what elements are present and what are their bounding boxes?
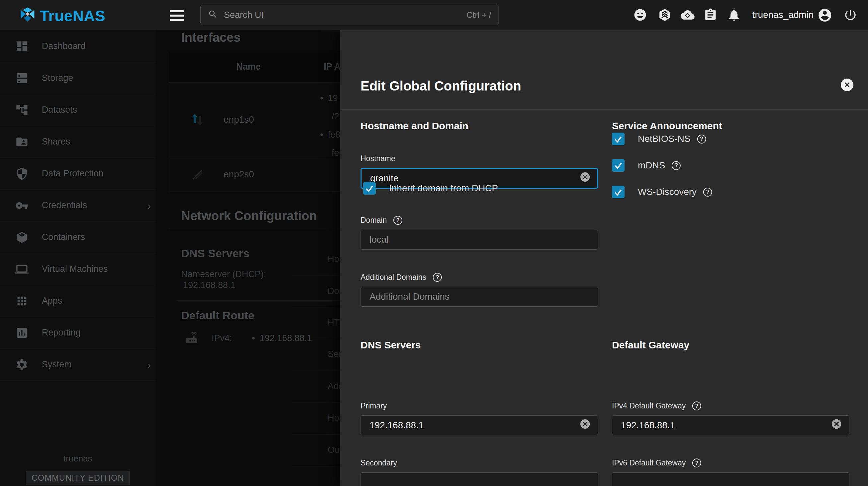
mdns-checkbox[interactable] [612, 159, 624, 172]
help-icon[interactable] [703, 188, 712, 197]
alerts-bell-icon[interactable] [727, 8, 741, 22]
domain-field: Domain [361, 216, 598, 250]
feedback-smiley-icon[interactable] [633, 8, 647, 22]
domain-input[interactable] [361, 230, 598, 250]
help-icon[interactable] [697, 135, 706, 143]
primary-label: Primary [361, 401, 387, 411]
close-icon[interactable] [841, 78, 854, 91]
clear-icon[interactable] [580, 171, 591, 183]
ipv4-gateway-input[interactable] [612, 415, 849, 435]
additional-domains-input[interactable] [361, 287, 598, 306]
help-icon[interactable] [692, 401, 701, 411]
search-icon [208, 9, 218, 21]
ws-discovery-row: WS-Discovery [612, 186, 712, 198]
primary-dns-input[interactable] [361, 415, 598, 435]
additional-domains-field: Additional Domains [361, 273, 598, 306]
service-announcement-section-title: Service Announcement [612, 120, 722, 132]
secondary-label: Secondary [361, 458, 397, 467]
power-icon[interactable] [843, 8, 858, 22]
jobs-clipboard-icon[interactable] [704, 8, 717, 22]
hostname-label: Hostname [361, 154, 395, 163]
help-icon[interactable] [393, 216, 402, 225]
logo-wordmark[interactable]: TrueNAS [40, 7, 105, 25]
modal-title: Edit Global Configuration [361, 78, 521, 94]
secondary-dns-input[interactable] [361, 473, 598, 486]
top-header: TrueNAS Ctrl + / [0, 0, 868, 30]
help-icon[interactable] [692, 458, 701, 467]
additional-domains-label: Additional Domains [361, 273, 426, 282]
cloud-sync-icon[interactable] [681, 8, 694, 22]
netbios-row: NetBIOS-NS [612, 133, 706, 145]
ipv6-gateway-label: IPv6 Default Gateway [612, 458, 686, 467]
ipv4-gateway-label: IPv4 Default Gateway [612, 401, 686, 411]
menu-toggle-icon[interactable] [170, 10, 184, 21]
ws-discovery-checkbox[interactable] [612, 186, 624, 198]
gateway-section-title: Default Gateway [612, 339, 689, 351]
primary-dns-field: Primary [361, 401, 598, 435]
inherit-domain-checkbox[interactable] [363, 182, 376, 195]
clear-icon[interactable] [831, 418, 842, 430]
netbios-checkbox[interactable] [612, 133, 624, 145]
search-input[interactable] [223, 10, 467, 21]
username-label[interactable]: truenas_admin [752, 0, 814, 30]
truenas-logo-icon[interactable] [19, 6, 36, 25]
clear-icon[interactable] [580, 418, 591, 430]
dns-section-title: DNS Servers [361, 339, 421, 351]
mdns-label: mDNS [638, 160, 665, 171]
ipv4-gateway-field: IPv4 Default Gateway [612, 401, 849, 435]
help-icon[interactable] [672, 161, 681, 170]
secondary-dns-field: Secondary [361, 458, 598, 486]
edit-global-configuration-modal: Edit Global Configuration Hostname and D… [340, 30, 868, 486]
help-icon[interactable] [433, 273, 442, 282]
domain-label: Domain [361, 216, 387, 225]
account-avatar-icon[interactable] [817, 8, 831, 22]
ipv6-gateway-input[interactable] [612, 473, 849, 486]
hostname-domain-section-title: Hostname and Domain [361, 120, 468, 132]
mdns-row: mDNS [612, 159, 681, 172]
inherit-domain-row: Inherit domain from DHCP [363, 182, 498, 195]
ws-discovery-label: WS-Discovery [638, 187, 696, 197]
app-root: TrueNAS Ctrl + / [0, 0, 868, 486]
netbios-label: NetBIOS-NS [638, 134, 690, 144]
inherit-domain-label: Inherit domain from DHCP [389, 183, 498, 194]
truecommand-icon[interactable] [658, 8, 672, 22]
ipv6-gateway-field: IPv6 Default Gateway [612, 458, 849, 486]
search-shortcut: Ctrl + / [467, 10, 491, 20]
search-box[interactable]: Ctrl + / [200, 5, 499, 25]
